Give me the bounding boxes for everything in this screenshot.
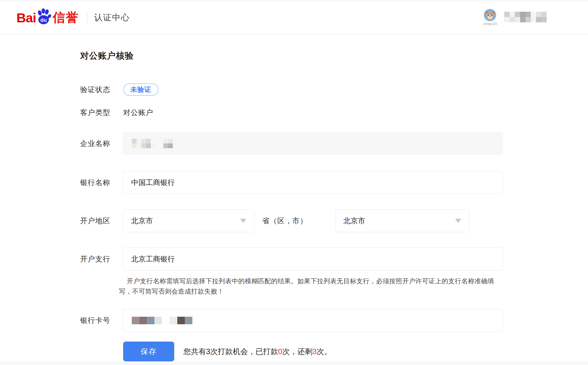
company-name-row: 企业名称 (80, 132, 588, 155)
bank-card-field[interactable] (123, 309, 503, 332)
customer-type-label: 客户类型 (80, 108, 123, 117)
username-label: zybqjy123 (483, 22, 497, 25)
note-text: 次。 (317, 347, 332, 356)
chevron-down-icon (455, 219, 461, 223)
note-text: 您共有3次打款机会，已打款 (183, 347, 278, 356)
redacted-card-number (132, 317, 192, 324)
header-user-area: zybqjy123 (483, 9, 547, 25)
company-name-label: 企业名称 (80, 139, 123, 148)
header-divider (87, 13, 87, 23)
branch-help-text: 开户支行名称需填写后选择下拉列表中的模糊匹配的结果。如果下拉列表无目标支行，必须… (119, 276, 503, 297)
bank-name-row: 银行名称 中国工商银行 (80, 171, 588, 194)
redacted-account-name (504, 12, 547, 22)
main-content: 对公账户核验 验证状态 未验证 客户类型 对公账户 企业名称 银行名称 中国工商… (0, 50, 588, 361)
footer-strip (0, 362, 588, 365)
customer-type-value: 对公账户 (123, 108, 153, 117)
verify-status-label: 验证状态 (80, 85, 123, 95)
open-branch-field[interactable]: 北京工商银行 (123, 248, 503, 270)
bank-card-row: 银行卡号 (80, 309, 588, 332)
user-avatar-icon (484, 9, 496, 21)
baidu-paw-icon: du (36, 8, 51, 25)
redacted-company-name (132, 139, 173, 148)
province-select-value: 北京市 (131, 216, 153, 226)
page-title: 对公账户核验 (80, 50, 588, 62)
city-select[interactable]: 北京市 (335, 209, 469, 232)
open-region-label: 开户地区 (80, 216, 123, 226)
logo-text-brand: 信誉 (52, 9, 79, 26)
logo-text-bai: Bai (16, 10, 36, 25)
province-select[interactable]: 北京市 (123, 209, 254, 232)
note-text: 次，还剩 (282, 347, 312, 356)
verify-status-row: 验证状态 未验证 (80, 84, 588, 95)
open-region-row: 开户地区 北京市 省（区，市） 北京市 (80, 209, 588, 232)
user-avatar-block[interactable]: zybqjy123 (483, 9, 497, 25)
note-remaining-count: 3 (312, 347, 317, 356)
customer-type-row: 客户类型 对公账户 (80, 108, 588, 117)
region-hint-label: 省（区，市） (262, 216, 307, 226)
header: Bai du 信誉 认证中心 zyb (0, 1, 588, 34)
bank-card-label: 银行卡号 (80, 316, 123, 325)
open-branch-label: 开户支行 (80, 254, 123, 264)
save-button[interactable]: 保存 (123, 342, 174, 361)
bank-name-label: 银行名称 (80, 178, 123, 188)
chevron-down-icon (240, 219, 246, 223)
company-name-field (123, 132, 503, 155)
open-branch-row: 开户支行 北京工商银行 (80, 248, 588, 270)
save-row: 保存 您共有3次打款机会，已打款0次，还剩3次。 (80, 342, 588, 361)
baidu-xinyu-logo[interactable]: Bai du 信誉 (16, 8, 79, 27)
note-paid-count: 0 (278, 347, 282, 356)
bank-name-field[interactable]: 中国工商银行 (123, 171, 503, 194)
city-select-value: 北京市 (343, 216, 365, 226)
header-title: 认证中心 (94, 12, 130, 23)
logo-text-du: du (40, 17, 47, 23)
status-badge: 未验证 (123, 83, 159, 96)
transfer-note: 您共有3次打款机会，已打款0次，还剩3次。 (183, 347, 332, 357)
